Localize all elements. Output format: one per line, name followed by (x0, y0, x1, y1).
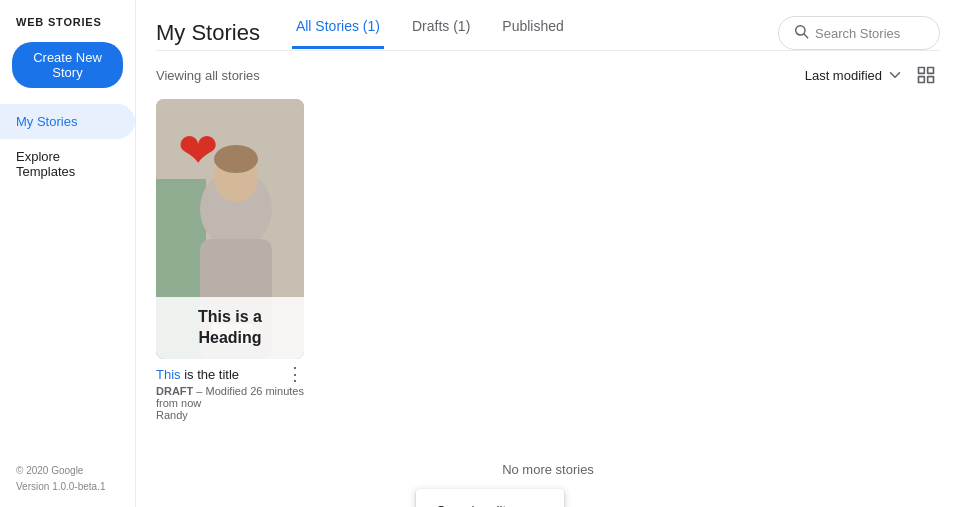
svg-rect-3 (928, 68, 934, 74)
tab-all-stories[interactable]: All Stories (1) (292, 18, 384, 49)
content-area: ❤ This is a Heading This is the title ⋮ … (136, 99, 960, 507)
viewing-label: Viewing all stories (156, 68, 260, 83)
version: Version 1.0.0-beta.1 (16, 479, 119, 495)
story-thumbnail[interactable]: ❤ This is a Heading (156, 99, 304, 359)
sidebar: WEB STORIES Create New Story My Stories … (0, 0, 136, 507)
sub-header: Viewing all stories Last modified (136, 51, 960, 99)
sort-label-text: Last modified (805, 68, 882, 83)
story-card: ❤ This is a Heading This is the title ⋮ … (156, 99, 304, 421)
story-meta: DRAFT – Modified 26 minutes from now (156, 385, 304, 409)
chevron-down-icon (886, 66, 904, 84)
view-toggle-button[interactable] (912, 61, 940, 89)
story-title-rest: is the title (181, 367, 240, 382)
search-icon (793, 23, 809, 43)
sidebar-nav: My Stories Explore Templates (0, 104, 135, 189)
search-input[interactable] (815, 26, 925, 41)
tabs: All Stories (1) Drafts (1) Published (292, 18, 778, 49)
tab-published[interactable]: Published (498, 18, 568, 49)
tab-drafts[interactable]: Drafts (1) (408, 18, 474, 49)
context-menu-open-editor[interactable]: Open in editor (416, 493, 564, 507)
story-modified: – (196, 385, 205, 397)
svg-line-1 (804, 34, 808, 38)
copyright: © 2020 Google (16, 463, 119, 479)
context-menu: Open in editor Rename Duplicate Delete S… (416, 489, 564, 507)
page-title: My Stories (156, 20, 260, 46)
search-box[interactable] (778, 16, 940, 50)
svg-rect-4 (919, 77, 925, 83)
sort-dropdown[interactable]: Last modified (805, 66, 904, 84)
grid-view-icon (916, 65, 936, 85)
sidebar-item-my-stories[interactable]: My Stories (0, 104, 135, 139)
sort-controls: Last modified (805, 61, 940, 89)
create-new-story-button[interactable]: Create New Story (12, 42, 123, 88)
main-content: My Stories All Stories (1) Drafts (1) Pu… (136, 0, 960, 507)
story-heading-text: This is a Heading (168, 307, 292, 349)
heart-icon: ❤ (178, 127, 218, 175)
story-author: Randy (156, 409, 304, 421)
sidebar-item-explore-templates[interactable]: Explore Templates (0, 139, 135, 189)
app-logo: WEB STORIES (0, 0, 135, 42)
story-heading-overlay: This is a Heading (156, 297, 304, 359)
story-info: This is the title ⋮ DRAFT – Modified 26 … (156, 359, 304, 421)
story-status: DRAFT (156, 385, 193, 397)
svg-point-11 (214, 145, 258, 173)
svg-rect-5 (928, 77, 934, 83)
sidebar-footer: © 2020 Google Version 1.0.0-beta.1 (0, 451, 135, 507)
story-menu-button[interactable]: ⋮ (282, 363, 308, 385)
header: My Stories All Stories (1) Drafts (1) Pu… (136, 0, 960, 50)
svg-rect-2 (919, 68, 925, 74)
story-title-highlight: This (156, 367, 181, 382)
